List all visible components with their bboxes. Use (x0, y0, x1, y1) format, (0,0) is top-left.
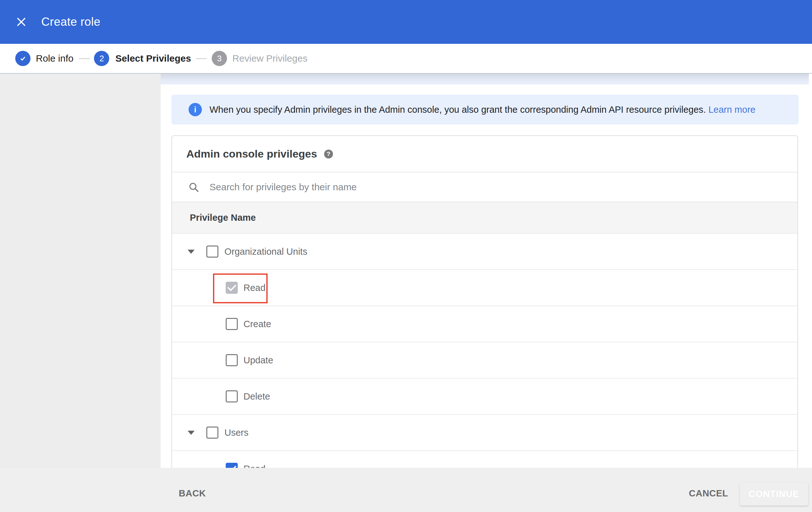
create-role-dialog: Create role Role info 2 Select Privilege… (0, 0, 812, 512)
step3-circle[interactable]: 3 (212, 51, 227, 66)
step3-label[interactable]: Review Privileges (232, 53, 308, 64)
privilege-label: Update (243, 355, 273, 366)
scrolled-content-edge (161, 74, 809, 84)
table-row: Update (172, 342, 798, 379)
help-icon[interactable]: ? (324, 150, 333, 159)
privilege-label: Delete (243, 391, 270, 402)
checkbox-organizational-units[interactable] (206, 245, 219, 258)
expand-arrow-icon[interactable] (187, 431, 195, 435)
privileges-card-title: Admin console privileges (186, 148, 317, 160)
cancel-button[interactable]: CANCEL (689, 488, 728, 498)
checkbox-delete[interactable] (226, 390, 238, 402)
footer-bar: BACK CANCEL CONTINUE (0, 468, 812, 512)
stepper-dash (79, 58, 90, 59)
table-header: Privilege Name (172, 202, 798, 234)
step1-label[interactable]: Role info (36, 53, 73, 64)
privilege-search-input[interactable] (209, 182, 749, 192)
stepper: Role info 2 Select Privileges 3 Review P… (0, 44, 812, 73)
table-row: Users (172, 415, 798, 451)
learn-more-link[interactable]: Learn more (708, 105, 755, 115)
checkbox-create[interactable] (226, 318, 238, 330)
back-button[interactable]: BACK (179, 488, 206, 498)
privilege-label: Organizational Units (225, 246, 307, 257)
continue-button[interactable]: CONTINUE (740, 482, 808, 506)
table-row: Delete (172, 379, 798, 415)
search-icon (188, 181, 199, 193)
expand-arrow-icon[interactable] (187, 250, 195, 254)
table-row: Read (172, 270, 798, 306)
app-bar: Create role (0, 0, 812, 44)
info-banner-text: When you specify Admin privileges in the… (209, 105, 755, 115)
table-row: Organizational Units (172, 234, 798, 270)
privilege-label: Read (243, 283, 265, 293)
privilege-label: Users (225, 428, 249, 438)
info-banner: i When you specify Admin privileges in t… (171, 95, 799, 125)
page-title: Create role (41, 15, 100, 29)
stepper-dash (196, 58, 207, 59)
privilege-search-row (172, 172, 798, 202)
step2-circle[interactable]: 2 (94, 51, 109, 66)
privilege-label: Create (243, 319, 271, 329)
check-icon (19, 54, 27, 63)
privileges-card: Admin console privileges ? Privilege Nam… (171, 135, 798, 488)
checkbox-update[interactable] (226, 354, 238, 366)
privileges-table-body: Organizational UnitsReadCreateUpdateDele… (172, 234, 798, 487)
left-panel (0, 74, 161, 512)
info-icon: i (188, 103, 202, 116)
step2-label[interactable]: Select Privileges (115, 53, 191, 64)
checkbox-read (226, 282, 238, 294)
table-row: Create (172, 306, 798, 342)
column-header-privilege-name: Privilege Name (190, 213, 256, 223)
privileges-card-header: Admin console privileges ? (172, 136, 798, 172)
step1-circle[interactable] (15, 51, 30, 66)
checkbox-users[interactable] (206, 427, 219, 439)
info-banner-message: When you specify Admin privileges in the… (209, 105, 706, 115)
close-icon-glyph (15, 16, 28, 28)
close-icon[interactable] (14, 15, 29, 29)
